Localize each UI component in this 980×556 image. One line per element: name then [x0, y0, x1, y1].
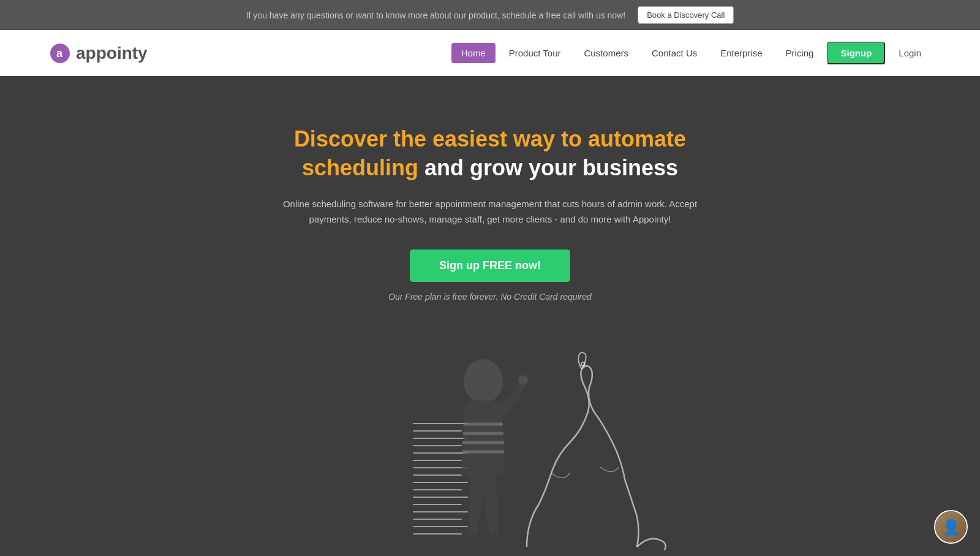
logo-icon: a [49, 42, 71, 64]
nav-links: Home Product Tour Customers Contact Us E… [451, 42, 931, 64]
nav-pricing[interactable]: Pricing [776, 43, 824, 63]
nav-customers[interactable]: Customers [575, 43, 639, 63]
nav-enterprise[interactable]: Enterprise [710, 43, 772, 63]
signup-button[interactable]: Signup [827, 42, 885, 64]
dinosaur-svg [490, 351, 674, 556]
avatar-image: 👤 [935, 511, 967, 543]
navbar: a appointy Home Product Tour Customers C… [0, 30, 980, 76]
top-banner-message: If you have any questions or want to kno… [246, 10, 625, 20]
signup-cta-button[interactable]: Sign up FREE now! [410, 249, 570, 282]
hero-section: Discover the easiest way to automate sch… [0, 76, 980, 556]
book-discovery-call-button[interactable]: Book a Discovery Call [638, 6, 734, 24]
svg-text:a: a [56, 47, 63, 59]
logo-text: appointy [76, 44, 148, 63]
cta-note: Our Free plan is free forever. No Credit… [388, 292, 592, 302]
hero-headline: Discover the easiest way to automate sch… [245, 125, 735, 183]
nav-home[interactable]: Home [451, 43, 496, 63]
hero-headline-rest: and grow your business [418, 155, 678, 180]
logo[interactable]: a appointy [49, 42, 148, 64]
top-banner: If you have any questions or want to kno… [0, 0, 980, 30]
login-link[interactable]: Login [889, 43, 931, 63]
avatar[interactable]: 👤 [934, 510, 968, 544]
nav-contact-us[interactable]: Contact Us [642, 43, 707, 63]
hero-subtext: Online scheduling software for better ap… [276, 196, 704, 227]
hero-illustration [245, 326, 735, 556]
nav-product-tour[interactable]: Product Tour [499, 43, 571, 63]
